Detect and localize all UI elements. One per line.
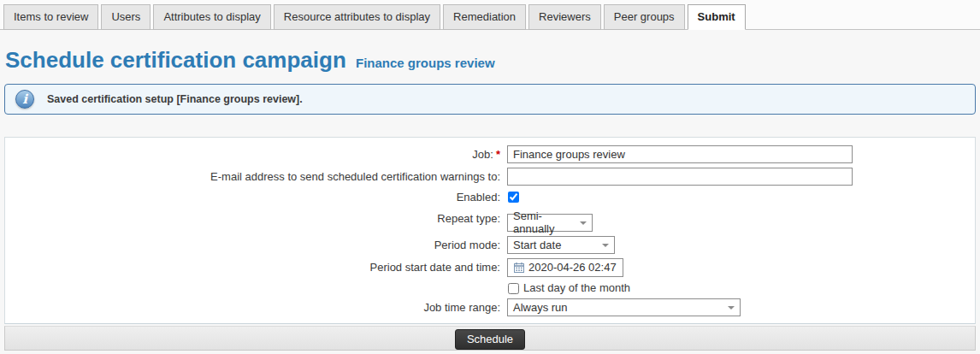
info-banner: Saved certification setup [Finance group… — [4, 84, 976, 115]
email-row: E-mail address to send scheduled certifi… — [5, 168, 975, 186]
chevron-down-icon — [728, 306, 735, 310]
enabled-checkbox[interactable] — [508, 192, 519, 203]
period-mode-label: Period mode: — [5, 236, 507, 252]
last-day-label: Last day of the month — [523, 281, 630, 294]
period-start-label: Period start date and time: — [5, 258, 507, 274]
job-time-range-select[interactable]: Always run — [507, 298, 741, 316]
tab-items-to-review[interactable]: Items to review — [3, 4, 98, 30]
period-mode-row: Period mode: Start date — [5, 236, 975, 254]
repeat-type-label: Repeat type: — [5, 209, 507, 226]
required-marker: * — [496, 148, 500, 161]
chevron-down-icon — [602, 244, 609, 247]
button-bar: Schedule — [4, 326, 976, 351]
tab-reviewers[interactable]: Reviewers — [528, 4, 601, 30]
tab-bar: Items to review Users Attributes to disp… — [0, 0, 980, 30]
calendar-icon — [514, 263, 524, 273]
period-start-value: 2020-04-26 02:47 — [528, 261, 617, 274]
page-subtitle: Finance groups review — [356, 56, 495, 70]
last-day-checkbox[interactable] — [508, 283, 519, 294]
info-icon — [15, 90, 34, 109]
enabled-row: Enabled: — [5, 190, 975, 205]
tab-attributes-to-display[interactable]: Attributes to display — [153, 4, 270, 30]
repeat-type-value: Semi-annually — [513, 209, 576, 235]
tab-submit[interactable]: Submit — [688, 4, 746, 30]
chevron-down-icon — [580, 221, 587, 225]
page-title-text: Schedule certification campaign — [5, 47, 346, 73]
job-row: Job:* — [5, 145, 975, 163]
schedule-form-panel: Job:* E-mail address to send scheduled c… — [4, 137, 976, 324]
job-label: Job:* — [5, 145, 507, 162]
tab-remediation[interactable]: Remediation — [443, 4, 526, 30]
email-label: E-mail address to send scheduled certifi… — [5, 168, 507, 184]
schedule-button[interactable]: Schedule — [455, 329, 525, 350]
job-input[interactable] — [507, 145, 853, 163]
repeat-type-select[interactable]: Semi-annually — [507, 214, 593, 232]
period-mode-select[interactable]: Start date — [507, 236, 615, 254]
email-input[interactable] — [507, 168, 853, 186]
job-time-range-label: Job time range: — [5, 298, 507, 315]
tab-peer-groups[interactable]: Peer groups — [604, 4, 685, 30]
enabled-label: Enabled: — [5, 190, 507, 204]
period-mode-value: Start date — [513, 239, 561, 251]
period-start-datepicker[interactable]: 2020-04-26 02:47 — [507, 258, 623, 277]
repeat-type-row: Repeat type: Semi-annually — [5, 209, 975, 232]
job-time-range-value: Always run — [513, 301, 568, 314]
period-start-row: Period start date and time: 2020-04-26 0… — [5, 258, 975, 294]
last-day-row: Last day of the month — [507, 281, 975, 294]
job-time-range-row: Job time range: Always run — [5, 298, 975, 316]
info-banner-text: Saved certification setup [Finance group… — [47, 93, 303, 105]
page-title: Schedule certification campaign Finance … — [5, 48, 980, 75]
tab-users[interactable]: Users — [101, 4, 151, 30]
tab-resource-attributes-to-display[interactable]: Resource attributes to display — [274, 4, 440, 30]
